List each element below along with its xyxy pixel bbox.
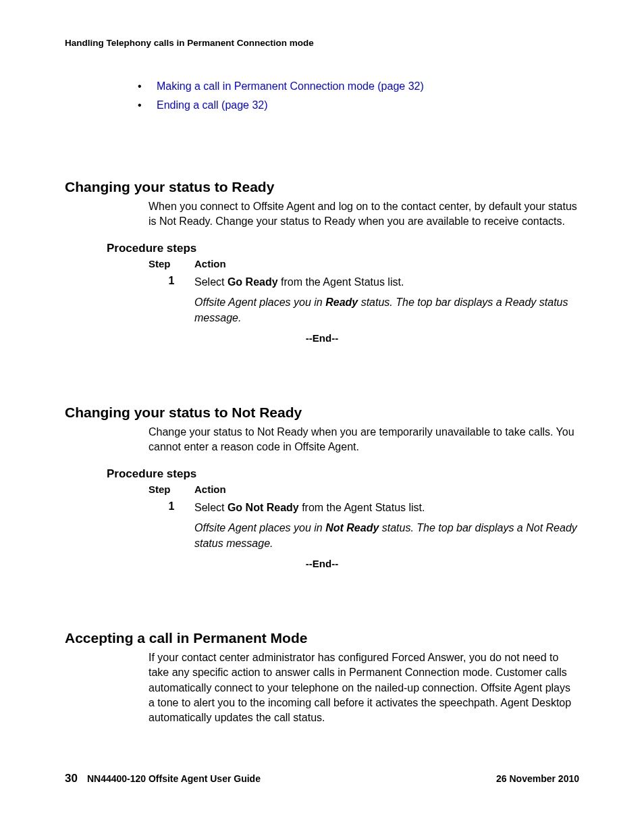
step-number: 1 <box>149 500 194 515</box>
column-action: Action <box>194 258 579 269</box>
section-heading: Changing your status to Not Ready <box>65 405 579 421</box>
step-table-header: Step Action <box>149 258 579 269</box>
end-marker: --End-- <box>65 332 579 344</box>
bullet-icon: • <box>138 99 157 111</box>
step-number: 1 <box>149 275 194 290</box>
step-result-note: Offsite Agent places you in Not Ready st… <box>194 521 579 551</box>
cross-reference-list: • Making a call in Permanent Connection … <box>138 80 579 111</box>
section-changing-not-ready: Changing your status to Not Ready Change… <box>65 405 579 569</box>
doc-title: NN44400-120 Offsite Agent User Guide <box>87 773 261 784</box>
end-marker: --End-- <box>65 558 579 569</box>
section-heading: Accepting a call in Permanent Mode <box>65 630 579 646</box>
footer-date: 26 November 2010 <box>496 773 579 784</box>
footer-left: 30NN44400-120 Offsite Agent User Guide <box>65 772 261 785</box>
procedure-subheading: Procedure steps <box>107 242 579 255</box>
section-heading: Changing your status to Ready <box>65 179 579 195</box>
list-item: • Ending a call (page 32) <box>138 99 579 111</box>
bullet-icon: • <box>138 80 157 93</box>
step-action-text: Select Go Not Ready from the Agent Statu… <box>194 500 579 515</box>
section-accepting-call: Accepting a call in Permanent Mode If yo… <box>65 630 579 726</box>
step-table-header: Step Action <box>149 484 579 495</box>
page-number: 30 <box>65 772 78 785</box>
step-action-text: Select Go Ready from the Agent Status li… <box>194 275 579 290</box>
link-ending-call[interactable]: Ending a call (page 32) <box>157 99 268 111</box>
running-header: Handling Telephony calls in Permanent Co… <box>65 38 579 48</box>
step-row: 1 Select Go Ready from the Agent Status … <box>149 275 579 290</box>
column-step: Step <box>149 484 194 495</box>
section-changing-ready: Changing your status to Ready When you c… <box>65 179 579 344</box>
link-making-call[interactable]: Making a call in Permanent Connection mo… <box>157 80 424 93</box>
column-step: Step <box>149 258 194 269</box>
column-action: Action <box>194 484 579 495</box>
body-paragraph: When you connect to Offsite Agent and lo… <box>149 199 579 230</box>
step-result-note: Offsite Agent places you in Ready status… <box>194 295 579 325</box>
body-paragraph: Change your status to Not Ready when you… <box>149 425 579 455</box>
list-item: • Making a call in Permanent Connection … <box>138 80 579 93</box>
body-paragraph: If your contact center administrator has… <box>149 650 579 726</box>
step-row: 1 Select Go Not Ready from the Agent Sta… <box>149 500 579 515</box>
procedure-subheading: Procedure steps <box>107 467 579 481</box>
page-footer: 30NN44400-120 Offsite Agent User Guide 2… <box>65 772 579 785</box>
